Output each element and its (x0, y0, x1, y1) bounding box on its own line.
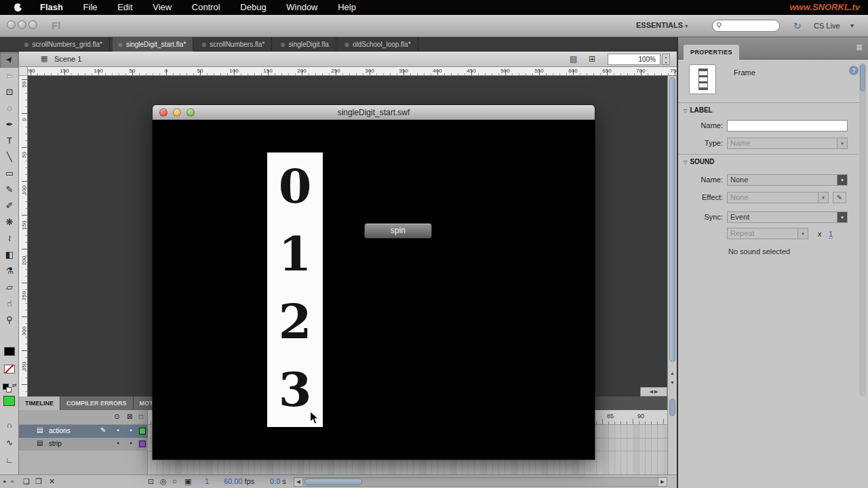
tab-compiler-errors[interactable]: COMPILER ERRORS (60, 396, 134, 410)
subselection-tool[interactable]: ➢ (0, 68, 19, 84)
outline-all-icon[interactable]: □ (139, 413, 143, 420)
onion-skin-button[interactable]: ◎ (160, 477, 167, 486)
layer-name[interactable]: strip (49, 440, 62, 447)
scrollbar-thumb[interactable] (860, 64, 865, 92)
cs-live-sync-icon[interactable]: ↻ (793, 20, 804, 31)
straighten-option[interactable]: ∟ (0, 453, 19, 468)
scene-name[interactable]: Scene 1 (54, 55, 81, 63)
edit-multiple-frames-button[interactable]: ▣ (184, 477, 191, 486)
show-hide-all-icon[interactable]: ⊙ (114, 413, 119, 420)
smooth-option[interactable]: ∿ (0, 435, 19, 450)
scroll-up-arrow-icon[interactable]: ▲ (668, 369, 677, 378)
eyedropper-tool[interactable]: ⚗ (0, 263, 19, 279)
label-type-select[interactable]: Name▾ (727, 138, 848, 149)
doc-tab-scrollnumbers-grid[interactable]: ⊗scrollNumbers_grid.fla* (19, 37, 110, 52)
doc-tab-oldschool-loop[interactable]: ⊗oldSchool_loop.fla* (339, 37, 418, 52)
fill-color-swatch[interactable] (4, 365, 15, 373)
zoom-stepper[interactable]: ▴▾ (662, 54, 670, 65)
close-tab-icon[interactable]: ⊗ (201, 41, 207, 48)
layer-visibility-dot[interactable]: • (115, 440, 121, 447)
edit-effect-button[interactable]: ✎ (833, 192, 846, 203)
sound-name-select[interactable]: None▾ (727, 174, 848, 186)
scroll-left-arrow-icon[interactable]: ◀ (294, 478, 303, 486)
doc-tab-singledigit[interactable]: ⊗singleDigit.fla (275, 37, 336, 52)
stroke-color-swatch[interactable] (4, 347, 15, 356)
swf-window-titlebar[interactable]: singleDigit_start.swf (153, 105, 595, 120)
help-icon[interactable]: ? (849, 66, 859, 75)
deco-tool[interactable]: ❋ (0, 214, 19, 230)
sound-section-header[interactable]: ▽SOUND (684, 158, 715, 165)
default-colors-button[interactable] (3, 384, 9, 390)
close-tab-icon[interactable]: ⊗ (24, 41, 29, 48)
workspace-switcher-button[interactable]: ESSENTIALS ▾ (636, 21, 688, 29)
tab-properties[interactable]: PROPERTIES (684, 45, 739, 60)
layer-visibility-dot[interactable]: • (115, 427, 121, 434)
layer-outline-color-chip[interactable] (139, 428, 146, 434)
cs-live-label[interactable]: CS Live (814, 22, 840, 30)
scroll-right-arrow-icon[interactable]: ▶ (654, 389, 658, 394)
label-name-input[interactable] (727, 120, 848, 131)
menu-file[interactable]: File (75, 0, 106, 15)
pencil-tool[interactable]: ✎ (0, 182, 19, 198)
doc-tab-singledigit-start[interactable]: ⊗singleDigit_start.fla* (113, 37, 193, 52)
scroll-left-arrow-icon[interactable]: ◀ (650, 389, 653, 394)
zoom-level-input[interactable]: 100% (608, 54, 660, 65)
menu-view[interactable]: View (144, 0, 180, 15)
scrollbar-thumb[interactable] (669, 77, 675, 362)
minimize-window-button[interactable] (18, 20, 26, 29)
edit-scene-button[interactable]: ▤ (570, 54, 577, 64)
layer-outline-color-chip[interactable] (139, 441, 146, 447)
sync-select[interactable]: Event▾ (727, 211, 848, 223)
tab-timeline[interactable]: TIMELINE (19, 396, 60, 410)
scroll-down-arrow-icon[interactable]: ▼ (668, 378, 677, 387)
menu-flash[interactable]: Flash (31, 0, 72, 15)
rectangle-tool[interactable]: ▭ (0, 165, 19, 182)
frame-rate-indicator[interactable]: 60.00 fps (224, 477, 254, 485)
color-preview-swatch[interactable] (3, 396, 15, 406)
search-input[interactable] (725, 21, 776, 30)
close-window-button[interactable] (7, 20, 16, 29)
edit-symbols-button[interactable]: ⊞ (589, 54, 595, 64)
scroll-right-arrow-icon[interactable]: ▶ (658, 478, 667, 486)
brush-tool[interactable]: ✐ (0, 198, 19, 214)
effect-select[interactable]: None▾ (727, 192, 829, 203)
menu-edit[interactable]: Edit (108, 0, 141, 15)
selection-tool[interactable]: ➤ (0, 52, 19, 68)
close-tab-icon[interactable]: ⊗ (117, 41, 123, 48)
hand-tool[interactable]: ☝ (0, 296, 19, 312)
spin-button[interactable]: spin (364, 223, 432, 239)
repeat-count-value[interactable]: 1 (829, 230, 833, 239)
onion-skin-outlines-button[interactable]: ○ (172, 477, 177, 485)
timeline-horizontal-scrollbar[interactable]: ◀ ▶ (294, 477, 667, 487)
menu-help[interactable]: Help (329, 0, 365, 15)
new-folder-button[interactable]: ❐ (35, 477, 42, 486)
free-transform-tool[interactable]: ⊡ (0, 84, 19, 100)
app-search-box[interactable]: ⚲ (712, 20, 780, 32)
swap-colors-icon[interactable]: ⇄ (12, 382, 17, 388)
doc-tab-scrollnumbers[interactable]: ⊗scrollNumbers.fla* (197, 37, 273, 52)
menu-debug[interactable]: Debug (231, 0, 275, 15)
toolbar-option-icon[interactable]: ▫ (11, 477, 14, 485)
lock-all-icon[interactable]: ⊠ (127, 413, 132, 420)
menu-control[interactable]: Control (183, 0, 229, 15)
chrome-menu-icon[interactable]: ▾ (850, 22, 854, 29)
eraser-tool[interactable]: ▱ (0, 279, 19, 296)
zoom-window-button[interactable] (28, 20, 37, 29)
zoom-tool[interactable]: ⚲ (0, 312, 19, 328)
scrollbar-thumb[interactable] (304, 479, 362, 485)
delete-layer-button[interactable]: ✕ (49, 477, 55, 486)
center-frame-button[interactable]: ⊡ (148, 477, 154, 486)
menu-window[interactable]: Window (277, 0, 326, 15)
swf-preview-window[interactable]: singleDigit_start.swf 0 1 2 3 spin (153, 105, 595, 460)
line-tool[interactable]: ╲ (0, 149, 19, 165)
panel-scrollbar[interactable] (859, 63, 866, 396)
bone-tool[interactable]: ≀ (0, 230, 19, 247)
close-tab-icon[interactable]: ⊗ (280, 41, 285, 48)
text-tool[interactable]: T (0, 133, 19, 149)
repeat-select[interactable]: Repeat▾ (727, 228, 808, 239)
stage-horizontal-scroll-arrows[interactable]: ◀ ▶ (640, 387, 667, 396)
layer-lock-dot[interactable]: • (127, 440, 134, 447)
close-tab-icon[interactable]: ⊗ (344, 41, 349, 48)
label-section-header[interactable]: ▽LABEL (684, 106, 713, 114)
apple-menu-icon[interactable] (14, 3, 22, 12)
